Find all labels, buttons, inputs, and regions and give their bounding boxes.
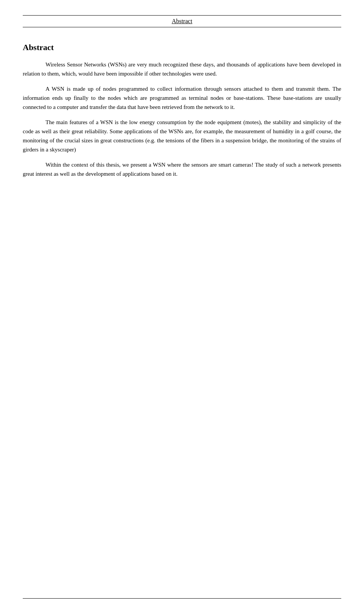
paragraph-2: A WSN is made up of nodes programmed to …: [23, 84, 341, 112]
paragraph-3: The main features of a WSN is the low en…: [23, 118, 341, 154]
paragraph-1: Wireless Sensor Networks (WSNs) are very…: [23, 60, 341, 78]
paragraph-4: Within the context of this thesis, we pr…: [23, 160, 341, 178]
page-footer: [23, 598, 341, 599]
page: Abstract Abstract Wireless Sensor Networ…: [0, 0, 364, 610]
section-title: Abstract: [23, 43, 341, 52]
page-header: Abstract: [23, 15, 341, 27]
page-header-title: Abstract: [172, 18, 192, 24]
